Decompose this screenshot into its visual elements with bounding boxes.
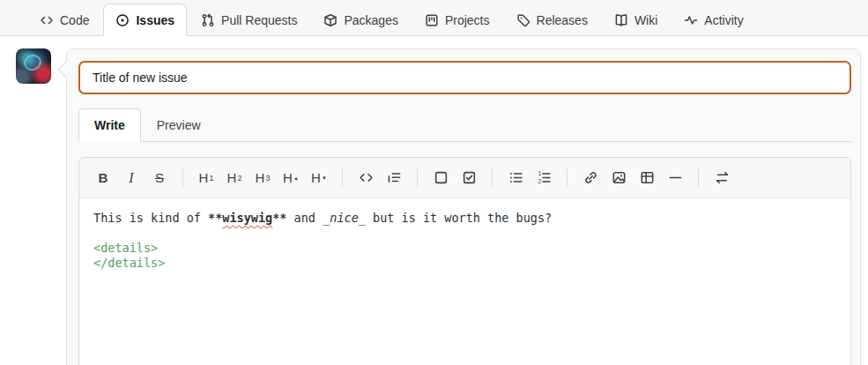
strikethrough-button[interactable]: S <box>151 168 168 188</box>
tab-pull-requests[interactable]: Pull Requests <box>189 4 309 36</box>
markdown-text-area[interactable]: This is kind of **wisywig** and _nice_ b… <box>79 198 850 365</box>
misspelled-word: wisywig <box>222 211 272 225</box>
book-icon <box>614 13 628 27</box>
comment-form-bubble: Write Preview B I S H1 H2 H3 H▲ H▼ <box>66 48 861 365</box>
blockquote-button[interactable] <box>385 168 403 188</box>
italic-markdown: _nice_ <box>323 211 366 225</box>
link-icon <box>583 170 598 185</box>
image-icon <box>612 170 627 185</box>
tab-label: Activity <box>704 13 743 27</box>
toolbar-divider <box>492 168 493 187</box>
tab-releases[interactable]: Releases <box>504 4 600 36</box>
italic-button[interactable]: I <box>122 168 140 188</box>
tab-wiki[interactable]: Wiki <box>602 4 670 36</box>
issue-opened-icon <box>115 13 130 27</box>
tab-projects[interactable]: Projects <box>412 4 502 36</box>
code-button[interactable] <box>357 168 375 188</box>
list-ordered-icon: 12 <box>537 170 552 185</box>
tab-label: Wiki <box>634 13 657 27</box>
bold-markdown-close: ** <box>272 211 286 225</box>
svg-text:1: 1 <box>538 170 541 176</box>
tab-label: Issues <box>136 13 174 27</box>
html-tag-line: <details> <box>93 241 836 256</box>
tab-issues[interactable]: Issues <box>103 4 187 36</box>
tab-label: Code <box>60 13 89 27</box>
tag-icon <box>516 13 530 27</box>
table-icon <box>640 170 655 185</box>
toolbar-divider <box>567 168 568 187</box>
project-board-icon <box>425 13 439 27</box>
checkbox-checked-button[interactable] <box>460 168 478 188</box>
tab-label: Pull Requests <box>221 13 297 27</box>
editor-line: This is kind of **wisywig** and _nice_ b… <box>93 211 836 226</box>
switch-editor-button[interactable] <box>713 168 731 188</box>
markdown-toolbar: B I S H1 H2 H3 H▲ H▼ <box>79 158 850 198</box>
code-icon <box>40 13 54 27</box>
pulse-icon <box>684 13 698 27</box>
list-unordered-icon <box>508 170 523 185</box>
checkbox-empty-button[interactable] <box>432 168 449 188</box>
tab-write[interactable]: Write <box>78 108 141 142</box>
tab-label: Releases <box>537 13 588 27</box>
heading-1-button[interactable]: H1 <box>197 168 215 188</box>
tab-preview[interactable]: Preview <box>141 108 217 142</box>
html-tag-line: </details> <box>93 256 836 271</box>
bold-markdown-open: ** <box>208 211 222 225</box>
checkbox-checked-icon <box>462 170 477 185</box>
tab-label: Projects <box>445 13 490 27</box>
svg-text:2: 2 <box>538 178 541 184</box>
editor-blank-line <box>93 226 836 241</box>
ordered-list-button[interactable]: 12 <box>535 168 553 188</box>
horizontal-rule-button[interactable] <box>666 168 684 188</box>
heading-increase-button[interactable]: H▲ <box>282 168 300 188</box>
tab-code[interactable]: Code <box>27 4 101 36</box>
heading-decrease-button[interactable]: H▼ <box>310 168 328 188</box>
tab-packages[interactable]: Packages <box>311 4 410 36</box>
tab-label: Packages <box>344 13 397 27</box>
user-avatar <box>16 48 51 84</box>
switch-arrows-icon <box>715 170 730 185</box>
editor-tab-bar: Write Preview <box>78 108 851 142</box>
toolbar-divider <box>342 168 343 187</box>
bold-button[interactable]: B <box>94 168 112 188</box>
horizontal-rule-icon <box>668 170 683 185</box>
toolbar-divider <box>182 168 183 187</box>
image-button[interactable] <box>610 168 627 188</box>
checkbox-empty-icon <box>434 170 449 185</box>
heading-2-button[interactable]: H2 <box>226 168 243 188</box>
code-icon <box>359 170 374 185</box>
package-icon <box>323 13 338 27</box>
toolbar-divider <box>698 168 699 187</box>
tab-activity[interactable]: Activity <box>671 4 755 36</box>
link-button[interactable] <box>582 168 599 188</box>
issue-title-input[interactable] <box>78 61 851 94</box>
table-button[interactable] <box>638 168 656 188</box>
quote-icon <box>387 170 402 185</box>
markdown-editor: B I S H1 H2 H3 H▲ H▼ <box>78 157 851 365</box>
new-issue-form: Write Preview B I S H1 H2 H3 H▲ H▼ <box>0 36 868 365</box>
repo-tab-bar: Code Issues Pull Requests Packages Proje… <box>0 0 868 36</box>
toolbar-divider <box>417 168 418 187</box>
git-pull-request-icon <box>201 13 215 27</box>
heading-3-button[interactable]: H3 <box>254 168 271 188</box>
unordered-list-button[interactable] <box>507 168 524 188</box>
